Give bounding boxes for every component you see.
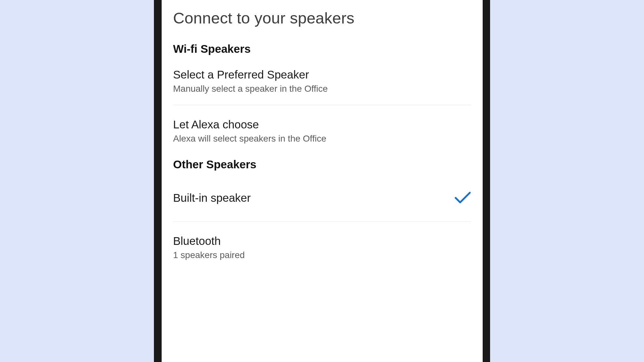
bluetooth-subtitle: 1 speakers paired	[173, 250, 471, 260]
divider	[173, 105, 471, 105]
built-in-speaker-item[interactable]: Built-in speaker	[173, 183, 471, 222]
page-title: Connect to your speakers	[173, 9, 471, 27]
select-preferred-speaker-title: Select a Preferred Speaker	[173, 68, 471, 82]
let-alexa-choose-title: Let Alexa choose	[173, 117, 471, 132]
bluetooth-title: Bluetooth	[173, 234, 471, 248]
select-preferred-speaker-subtitle: Manually select a speaker in the Office	[173, 84, 471, 94]
bluetooth-item[interactable]: Bluetooth 1 speakers paired	[173, 234, 471, 271]
wifi-speakers-heading: Wi-fi Speakers	[173, 42, 471, 55]
let-alexa-choose-subtitle: Alexa will select speakers in the Office	[173, 134, 471, 144]
checkmark-icon	[454, 191, 471, 204]
device-frame: Connect to your speakers Wi-fi Speakers …	[154, 0, 490, 362]
built-in-speaker-title: Built-in speaker	[173, 191, 454, 205]
screen: Connect to your speakers Wi-fi Speakers …	[162, 0, 483, 362]
select-preferred-speaker-item[interactable]: Select a Preferred Speaker Manually sele…	[173, 68, 471, 105]
other-speakers-heading: Other Speakers	[173, 158, 471, 171]
let-alexa-choose-item[interactable]: Let Alexa choose Alexa will select speak…	[173, 117, 471, 155]
divider	[173, 221, 471, 222]
